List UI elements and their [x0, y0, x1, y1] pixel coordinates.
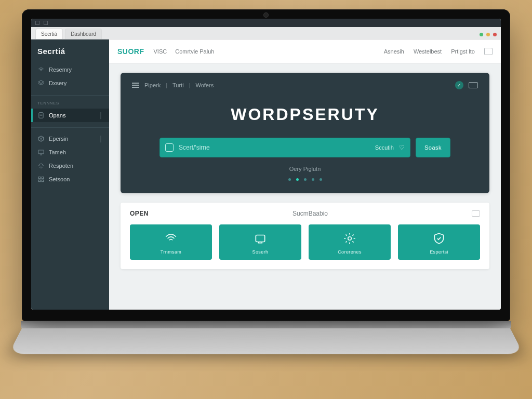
app-menu-icon[interactable]: [484, 48, 493, 55]
sidebar-item-resemry[interactable]: Resemry: [31, 63, 109, 76]
window-controls: [480, 33, 497, 39]
search-hint: Sccutih: [375, 144, 394, 151]
cube-icon: [37, 135, 45, 142]
breadcrumb-sep-icon: |: [166, 82, 167, 88]
content: SUORF VISC Comrtvie Paluh Asnesih Westel…: [109, 39, 501, 310]
search-input[interactable]: [179, 144, 370, 151]
panel-status: OPEN: [130, 210, 149, 217]
search-field[interactable]: Sccutih ♡: [159, 138, 410, 157]
svg-rect-5: [42, 180, 44, 182]
nav-link[interactable]: Prtigst lto: [451, 48, 475, 55]
svg-point-7: [348, 237, 352, 241]
app: Secrtiá Resemry Dxsery Tennnes: [31, 39, 501, 310]
webcam-icon: [263, 12, 269, 18]
tile-label: Trnmsam: [161, 249, 181, 255]
tile-label: Espertsi: [430, 249, 448, 255]
tile-settings[interactable]: Corerenes: [309, 224, 391, 260]
hero-title: WORDPSERUTY: [132, 105, 478, 124]
topbar-nav: VISC Comrtvie Paluh: [154, 48, 215, 55]
laptop-frame: Secrtiá Dashboard Secrtiá Resemry: [22, 9, 510, 365]
check-badge-icon[interactable]: ✓: [455, 81, 463, 89]
submenu-indicator-icon: │: [99, 136, 103, 142]
svg-rect-6: [256, 235, 264, 242]
carousel-dot-icon[interactable]: [296, 178, 299, 181]
heart-icon[interactable]: ♡: [399, 144, 405, 151]
device-icon: [254, 232, 267, 245]
sidebar-group-label: Tennnes: [31, 98, 109, 107]
window-close-icon[interactable]: [493, 33, 497, 36]
sparkle-icon: [37, 162, 45, 169]
tile-protect[interactable]: Espertsi: [398, 224, 480, 260]
submenu-indicator-icon: │: [99, 112, 103, 118]
divider: [31, 127, 109, 128]
window-min-icon[interactable]: [480, 33, 483, 36]
shield-icon: [432, 232, 446, 245]
svg-rect-3: [42, 177, 44, 179]
wifi-icon: [164, 232, 178, 245]
breadcrumb[interactable]: Turti: [172, 82, 184, 88]
carousel-dot-icon[interactable]: [304, 178, 307, 181]
stage: Piperk | Turti | Wofers ✓ WORDPSERU: [109, 63, 501, 310]
search-button[interactable]: Soask: [416, 138, 450, 157]
os-icon: [35, 21, 39, 25]
tile-label: Soserh: [252, 249, 269, 255]
sidebar-brand: Secrtiá: [31, 39, 109, 61]
layers-icon: [37, 79, 45, 87]
form-icon: [165, 143, 174, 152]
sidebar-group: Opans │: [31, 107, 109, 125]
hamburger-icon[interactable]: [132, 83, 139, 88]
grid-icon: [37, 176, 45, 183]
sidebar-item-label: Setsoon: [49, 176, 70, 182]
sidebar-group: Epersin │ Tameh Respoten: [31, 130, 109, 189]
carousel-dot-icon[interactable]: [320, 178, 322, 181]
nav-link[interactable]: Westelbest: [414, 48, 442, 55]
svg-rect-4: [38, 180, 41, 182]
browser-tabstrip: Secrtiá Dashboard: [31, 27, 501, 39]
breadcrumb-sep-icon: |: [189, 82, 191, 88]
os-taskbar: [31, 19, 501, 27]
sidebar-item-label: Resemry: [49, 66, 72, 73]
sidebar-item-dxsery[interactable]: Dxsery: [31, 76, 109, 90]
sidebar-item-opans[interactable]: Opans │: [31, 109, 109, 122]
screen-bezel: Secrtiá Dashboard Secrtiá Resemry: [22, 9, 510, 321]
nav-link[interactable]: Comrtvie Paluh: [175, 48, 214, 55]
wifi-icon: [37, 66, 45, 73]
sidebar-item-label: Respoten: [49, 163, 73, 169]
tile-network[interactable]: Trnmsam: [130, 224, 212, 260]
nav-link[interactable]: Asnesih: [384, 48, 404, 55]
os-icon: [44, 21, 48, 25]
sidebar: Secrtiá Resemry Dxsery Tennnes: [31, 39, 109, 310]
carousel-dot-icon[interactable]: [312, 178, 314, 181]
breadcrumb[interactable]: Wofers: [196, 82, 214, 88]
divider: [31, 95, 109, 96]
hero-actions: ✓: [455, 81, 478, 89]
carousel-dots: [132, 178, 478, 181]
sidebar-item-label: Epersin: [49, 136, 68, 142]
sidebar-item-tameh[interactable]: Tameh: [31, 145, 109, 159]
topbar-right: Asnesih Westelbest Prtigst lto: [384, 48, 493, 55]
nav-link[interactable]: VISC: [154, 48, 167, 55]
sidebar-item-label: Dxsery: [49, 80, 66, 86]
sidebar-item-label: Tameh: [49, 149, 66, 155]
svg-rect-1: [38, 150, 44, 154]
topbar: SUORF VISC Comrtvie Paluh Asnesih Westel…: [109, 39, 501, 63]
browser-tab[interactable]: Secrtiá: [35, 29, 63, 39]
laptop-deck: [8, 328, 523, 354]
window-icon[interactable]: [469, 82, 478, 88]
panel-title: SucmBaabio: [159, 210, 461, 217]
breadcrumb[interactable]: Piperk: [144, 82, 161, 88]
tile-scan[interactable]: Soserh: [219, 224, 301, 260]
sidebar-item-setsoon[interactable]: Setsoon: [31, 172, 109, 186]
tile-row: Trnmsam Soserh Corerenes: [130, 224, 480, 260]
sidebar-item-respoten[interactable]: Respoten: [31, 159, 109, 172]
browser-tab[interactable]: Dashboard: [65, 29, 102, 39]
panel-head: OPEN SucmBaabio: [130, 210, 480, 217]
carousel-dot-icon[interactable]: [288, 178, 291, 181]
sidebar-item-epersin[interactable]: Epersin │: [31, 132, 109, 145]
window-max-icon[interactable]: [486, 33, 490, 36]
monitor-icon: [37, 149, 45, 156]
expand-icon[interactable]: [472, 210, 480, 217]
gear-icon: [343, 232, 356, 245]
app-logo: SUORF: [117, 47, 144, 56]
hero-card: Piperk | Turti | Wofers ✓ WORDPSERU: [121, 73, 489, 193]
